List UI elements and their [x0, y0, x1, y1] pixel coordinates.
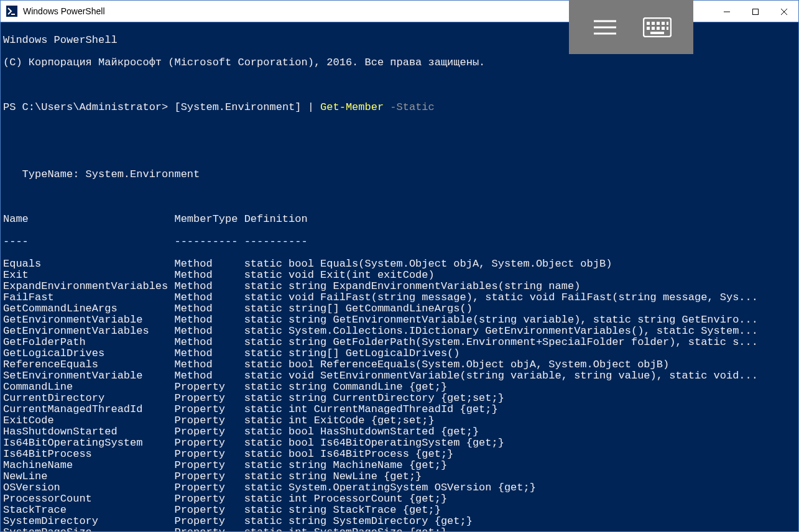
member-name: Exit [3, 270, 174, 281]
window-title: Windows PowerShell [23, 6, 105, 16]
col-name-sep: ---- [3, 236, 174, 247]
member-name: MachineName [3, 460, 174, 471]
col-name-header: Name [3, 214, 174, 225]
member-definition: static System.OperatingSystem OSVersion … [244, 482, 536, 493]
member-definition: static bool ReferenceEquals(System.Objec… [244, 359, 670, 370]
command-line: PS C:\Users\Administrator> [System.Envir… [3, 102, 796, 113]
svg-rect-10 [652, 27, 655, 30]
window-controls [713, 1, 798, 22]
member-type: Property [174, 426, 244, 438]
table-row: GetFolderPathMethodstatic string GetFold… [3, 337, 796, 348]
blank-line [3, 80, 796, 91]
table-row: HasShutdownStartedPropertystatic bool Ha… [3, 426, 796, 438]
member-name: SystemDirectory [3, 516, 174, 527]
member-definition: static string CurrentDirectory {get;set;… [244, 393, 504, 404]
table-row: GetEnvironmentVariableMethodstatic strin… [3, 314, 796, 326]
member-definition: static string GetEnvironmentVariable(str… [244, 314, 758, 326]
svg-rect-13 [667, 27, 668, 30]
typename-line: TypeName: System.Environment [3, 169, 796, 180]
table-separator-row: ------------------------ [3, 236, 796, 247]
table-row: StackTracePropertystatic string StackTra… [3, 505, 796, 516]
member-definition: static void Exit(int exitCode) [244, 270, 435, 281]
member-definition: static void SetEnvironmentVariable(strin… [244, 370, 758, 382]
member-name: ExpandEnvironmentVariables [3, 281, 174, 292]
member-type: Method [174, 359, 244, 370]
member-definition: static string CommandLine {get;} [244, 382, 447, 393]
close-button[interactable] [770, 1, 798, 22]
member-definition: static string NewLine {get;} [244, 471, 422, 482]
table-row: Is64BitOperatingSystemPropertystatic boo… [3, 438, 796, 449]
member-name: Is64BitOperatingSystem [3, 438, 174, 449]
member-type: Property [174, 449, 244, 460]
blank-line [3, 191, 796, 203]
member-type: Property [174, 460, 244, 471]
svg-rect-7 [662, 22, 665, 25]
terminal-output[interactable]: Windows PowerShell (C) Корпорация Майкро… [1, 22, 798, 531]
member-type: Property [174, 482, 244, 493]
member-type: Method [174, 303, 244, 314]
col-def-sep: ---------- [244, 236, 308, 247]
svg-rect-14 [650, 32, 664, 34]
svg-rect-8 [667, 22, 668, 25]
table-row: ExitMethodstatic void Exit(int exitCode) [3, 270, 796, 281]
member-type: Method [174, 370, 244, 382]
svg-rect-5 [652, 22, 655, 25]
member-definition: static string MachineName {get;} [244, 460, 447, 471]
maximize-button[interactable] [741, 1, 770, 22]
member-definition: static string[] GetLogicalDrives() [244, 348, 460, 359]
member-type: Property [174, 516, 244, 527]
member-type: Method [174, 314, 244, 326]
table-row: MachineNamePropertystatic string Machine… [3, 460, 796, 471]
table-row: ReferenceEqualsMethodstatic bool Referen… [3, 359, 796, 370]
member-type: Method [174, 337, 244, 348]
member-name: SetEnvironmentVariable [3, 370, 174, 382]
member-definition: static bool HasShutdownStarted {get;} [244, 426, 479, 438]
member-type: Property [174, 404, 244, 415]
member-name: HasShutdownStarted [3, 426, 174, 438]
member-name: GetEnvironmentVariable [3, 314, 174, 326]
member-definition: static int ExitCode {get;set;} [244, 415, 435, 426]
member-name: Is64BitProcess [3, 449, 174, 460]
member-definition: static System.Collections.IDictionary Ge… [244, 326, 758, 337]
table-row: GetLogicalDrivesMethodstatic string[] Ge… [3, 348, 796, 359]
table-row: SetEnvironmentVariableMethodstatic void … [3, 370, 796, 382]
member-type: Method [174, 259, 244, 270]
svg-rect-18 [753, 9, 759, 14]
col-type-sep: ---------- [174, 236, 244, 247]
member-name: GetCommandLineArgs [3, 303, 174, 314]
member-name: Equals [3, 259, 174, 270]
table-row: CommandLinePropertystatic string Command… [3, 382, 796, 393]
member-definition: static bool Equals(System.Object objA, S… [244, 259, 612, 270]
blank-line [3, 124, 796, 135]
minimize-button[interactable] [713, 1, 741, 22]
member-type: Property [174, 415, 244, 426]
table-row: ExitCodePropertystatic int ExitCode {get… [3, 415, 796, 426]
member-name: CurrentDirectory [3, 393, 174, 404]
member-name: CommandLine [3, 382, 174, 393]
table-row: OSVersionPropertystatic System.Operating… [3, 482, 796, 493]
on-screen-keyboard-button[interactable] [641, 11, 673, 44]
table-row: SystemPageSizePropertystatic int SystemP… [3, 527, 796, 531]
table-row: CurrentManagedThreadIdPropertystatic int… [3, 404, 796, 415]
member-name: SystemPageSize [3, 527, 174, 531]
svg-rect-12 [662, 27, 665, 30]
svg-rect-9 [647, 27, 650, 30]
member-type: Property [174, 493, 244, 505]
member-definition: static int CurrentManagedThreadId {get;} [244, 404, 498, 415]
member-name: ExitCode [3, 415, 174, 426]
member-name: ReferenceEquals [3, 359, 174, 370]
svg-rect-11 [657, 27, 660, 30]
member-name: OSVersion [3, 482, 174, 493]
hamburger-menu-button[interactable] [589, 11, 621, 44]
table-row: Is64BitProcessPropertystatic bool Is64Bi… [3, 449, 796, 460]
svg-rect-6 [657, 22, 660, 25]
table-row: EqualsMethodstatic bool Equals(System.Ob… [3, 259, 796, 270]
blank-line [3, 147, 796, 158]
member-type: Property [174, 527, 244, 531]
member-definition: static int ProcessorCount {get;} [244, 493, 447, 505]
member-definition: static string[] GetCommandLineArgs() [244, 303, 473, 314]
table-row: ExpandEnvironmentVariablesMethodstatic s… [3, 281, 796, 292]
table-header-row: NameMemberTypeDefinition [3, 214, 796, 225]
touch-overlay-toolbar [569, 0, 693, 54]
table-row: GetEnvironmentVariablesMethodstatic Syst… [3, 326, 796, 337]
